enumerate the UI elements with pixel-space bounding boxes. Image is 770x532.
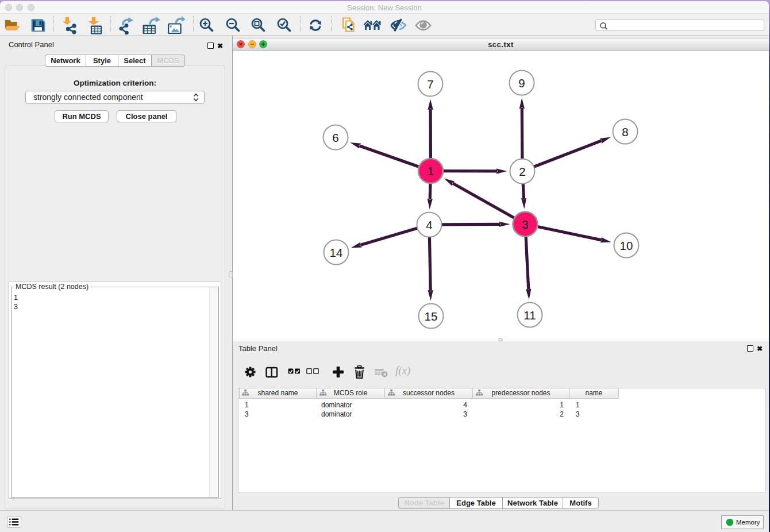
- svg-text:10: 10: [620, 239, 633, 252]
- svg-text:8: 8: [622, 125, 628, 138]
- svg-text:2: 2: [519, 165, 525, 178]
- svg-text:6: 6: [332, 131, 338, 144]
- svg-text:15: 15: [425, 310, 438, 323]
- svg-text:3: 3: [522, 218, 528, 231]
- svg-text:1: 1: [428, 164, 434, 178]
- svg-text:4: 4: [426, 218, 432, 232]
- svg-text:9: 9: [518, 76, 525, 90]
- svg-text:7: 7: [427, 78, 433, 91]
- svg-text:11: 11: [523, 309, 536, 322]
- svg-text:14: 14: [330, 246, 343, 259]
